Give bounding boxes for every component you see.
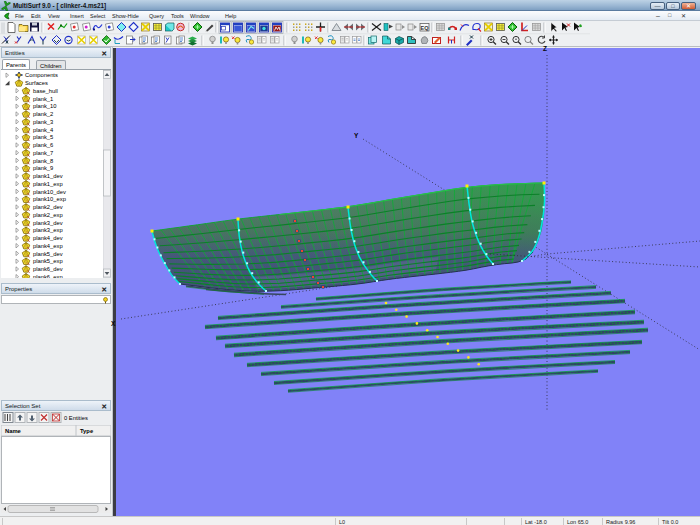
svg-text:Components: Components [25,72,58,78]
svg-text:plank_2: plank_2 [33,111,53,117]
svg-text:plank3_dev: plank3_dev [33,220,63,226]
svg-text:plank5_dev: plank5_dev [33,251,63,257]
svg-text:base_hull: base_hull [33,88,58,94]
svg-text:plank4_dev: plank4_dev [33,235,63,241]
svg-text:plank_3: plank_3 [33,119,53,125]
svg-text:plank_1: plank_1 [33,96,53,102]
svg-text:plank10_exp: plank10_exp [33,196,66,202]
svg-text:plank6_dev: plank6_dev [33,266,63,272]
svg-text:plank_4: plank_4 [33,127,54,133]
svg-text:plank6_exp: plank6_exp [33,274,63,278]
svg-text:plank1_exp: plank1_exp [33,181,63,187]
svg-text:0 Entities: 0 Entities [64,415,88,421]
svg-text:plank1_dev: plank1_dev [33,173,63,179]
svg-text:Name: Name [5,428,22,434]
svg-text:plank4_exp: plank4_exp [33,243,63,249]
svg-text:plank_9: plank_9 [33,165,53,171]
svg-text:plank2_exp: plank2_exp [33,212,63,218]
svg-text:Surfaces: Surfaces [25,80,48,86]
svg-text:plank5_exp: plank5_exp [33,258,63,264]
svg-text:Type: Type [80,428,94,434]
svg-text:plank_8: plank_8 [33,158,53,164]
svg-text:plank_7: plank_7 [33,150,53,156]
svg-text:plank_6: plank_6 [33,142,53,148]
svg-text:plank_10: plank_10 [33,103,57,109]
svg-text:EQ: EQ [421,25,430,31]
svg-text:plank3_exp: plank3_exp [33,227,63,233]
svg-text:plank10_dev: plank10_dev [33,189,66,195]
svg-text:plank_5: plank_5 [33,134,53,140]
svg-text:plank2_dev: plank2_dev [33,204,63,210]
